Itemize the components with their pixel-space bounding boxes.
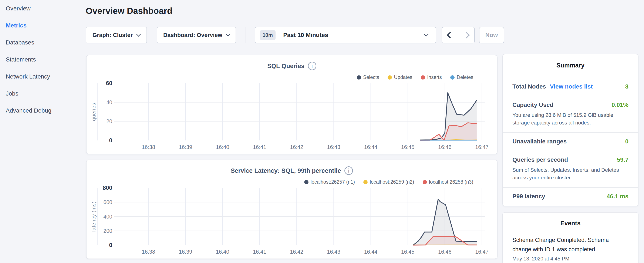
sidebar-item-network-latency[interactable]: Network Latency [6,68,82,85]
svg-text:0: 0 [109,242,112,248]
sidebar-item-databases[interactable]: Databases [6,34,82,51]
chart-canvas: 16:3816:3916:4016:4116:4216:4316:4416:45… [86,55,498,155]
svg-text:16:40: 16:40 [216,144,230,150]
prev-time-button[interactable] [442,27,458,43]
svg-text:16:44: 16:44 [364,144,378,150]
svg-text:16:46: 16:46 [438,249,452,255]
next-time-button[interactable] [458,27,474,43]
stat-description: Sum of Selects, Updates, Inserts, and De… [512,166,627,181]
svg-text:800: 800 [103,185,112,191]
svg-text:latency (ms): latency (ms) [91,201,96,232]
stat-value: 3 [625,83,628,90]
legend-item-inserts: Inserts [421,75,442,80]
stat-label: P99 latency [512,193,545,200]
legend-dot-icon [357,75,361,80]
svg-text:16:39: 16:39 [179,144,192,150]
stat-label: Capacity Used [512,102,554,108]
graph-dropdown[interactable]: Graph: Cluster [86,27,147,43]
sidebar-item-advanced-debug[interactable]: Advanced Debug [6,102,82,119]
time-range-selector[interactable]: 10m Past 10 Minutes [255,27,436,43]
events-title: Events [503,220,638,227]
svg-text:16:41: 16:41 [253,249,266,255]
svg-text:16:40: 16:40 [216,249,230,255]
svg-text:queries: queries [91,103,96,121]
chevron-down-icon [226,32,230,36]
svg-text:16:47: 16:47 [475,249,488,255]
stat-description: You are using 28.6 MiB of 515.9 GiB usab… [512,111,627,127]
svg-text:16:43: 16:43 [327,144,340,150]
legend-dot-icon [304,180,308,184]
legend-item-deletes: Deletes [450,75,473,80]
legend-dot-icon [363,180,368,184]
chevron-down-icon [136,32,141,36]
stat-label: Queries per second [512,156,568,163]
svg-text:60: 60 [106,80,112,86]
svg-text:0: 0 [109,137,112,144]
summary-stats: Total Nodes View nodes list 3 Capacity U… [503,78,638,205]
legend-dot-icon [388,75,392,80]
svg-text:16:46: 16:46 [438,144,452,150]
sidebar-nav: Overview Metrics Databases Statements Ne… [6,0,82,119]
sql-queries-chart-panel: SQL Queries i 16:3816:3916:4016:4116:421… [86,55,498,154]
svg-text:16:43: 16:43 [327,249,340,255]
legend-label: Selects [363,75,379,80]
svg-text:200: 200 [103,228,112,234]
chevron-right-icon [463,32,470,38]
legend-label: localhost:26258 (n3) [429,179,473,185]
summary-title: Summary [503,62,638,69]
time-range-label: Past 10 Minutes [283,32,328,39]
sidebar-item-jobs[interactable]: Jobs [6,85,82,102]
svg-text:20: 20 [106,118,112,124]
time-range-badge: 10m [260,30,276,40]
svg-text:16:45: 16:45 [401,249,414,255]
svg-text:16:44: 16:44 [364,249,378,255]
svg-text:16:47: 16:47 [475,144,488,150]
view-nodes-list-link[interactable]: View nodes list [550,83,593,90]
svg-text:16:39: 16:39 [179,249,192,255]
chart-plot-area: 16:3816:3916:4016:4116:4216:4316:4416:45… [86,160,497,258]
chart-canvas: 16:3816:3916:4016:4116:4216:4316:4416:45… [86,160,498,259]
page-title: Overview Dashboard [86,6,172,16]
legend-dot-icon [421,75,425,80]
stat-unavailable-ranges: Unavailable ranges 0 [503,132,638,151]
svg-text:16:42: 16:42 [290,249,304,255]
event-timestamp: May 13, 2020 at 4:45 PM [512,256,628,262]
summary-panel: Summary Total Nodes View nodes list 3 Ca… [502,54,638,206]
chevron-down-icon [424,32,428,36]
chart-legend: SelectsUpdatesInsertsDeletes [357,75,473,80]
stat-value: 0 [625,138,628,145]
sidebar-item-overview[interactable]: Overview [6,0,82,17]
controls-divider [246,27,246,43]
time-step-buttons [442,27,475,43]
sidebar-item-metrics[interactable]: Metrics [6,17,82,34]
dashboard-dropdown[interactable]: Dashboard: Overview [157,27,236,43]
svg-text:16:38: 16:38 [142,249,155,255]
stat-total-nodes: Total Nodes View nodes list 3 [503,78,638,96]
service-latency-chart-panel: Service Latency: SQL, 99th percentile i … [86,160,498,259]
svg-text:16:42: 16:42 [290,144,304,150]
legend-label: localhost:26259 (n2) [370,179,414,185]
events-panel: Events Schema Change Completed: Schema c… [502,212,638,263]
sidebar-item-statements[interactable]: Statements [6,51,82,68]
legend-label: localhost:26257 (n1) [311,179,355,185]
svg-text:16:45: 16:45 [401,144,414,150]
legend-item-updates: Updates [388,75,412,80]
stat-value: 59.7 [617,156,629,163]
stat-label: Total Nodes [512,83,546,90]
chevron-left-icon [447,32,453,38]
event-message: Schema Change Completed: Schema change w… [512,235,628,254]
legend-item-localhost-26259-n2-: localhost:26259 (n2) [363,179,414,185]
graph-dropdown-label: Graph: Cluster [92,32,133,39]
legend-item-selects: Selects [357,75,379,80]
stat-value: 46.1 ms [606,193,628,200]
now-button[interactable]: Now [479,27,504,43]
legend-dot-icon [450,75,454,80]
svg-text:40: 40 [106,99,112,105]
stat-queries-per-second: Queries per second 59.7 Sum of Selects, … [503,151,638,187]
svg-text:600: 600 [103,199,112,205]
stat-value: 0.01% [612,102,628,108]
legend-label: Updates [394,75,412,80]
svg-text:16:41: 16:41 [253,144,266,150]
chart-plot-area: 16:3816:3916:4016:4116:4216:4316:4416:45… [86,55,497,154]
stat-capacity-used: Capacity Used 0.01% You are using 28.6 M… [503,96,638,132]
